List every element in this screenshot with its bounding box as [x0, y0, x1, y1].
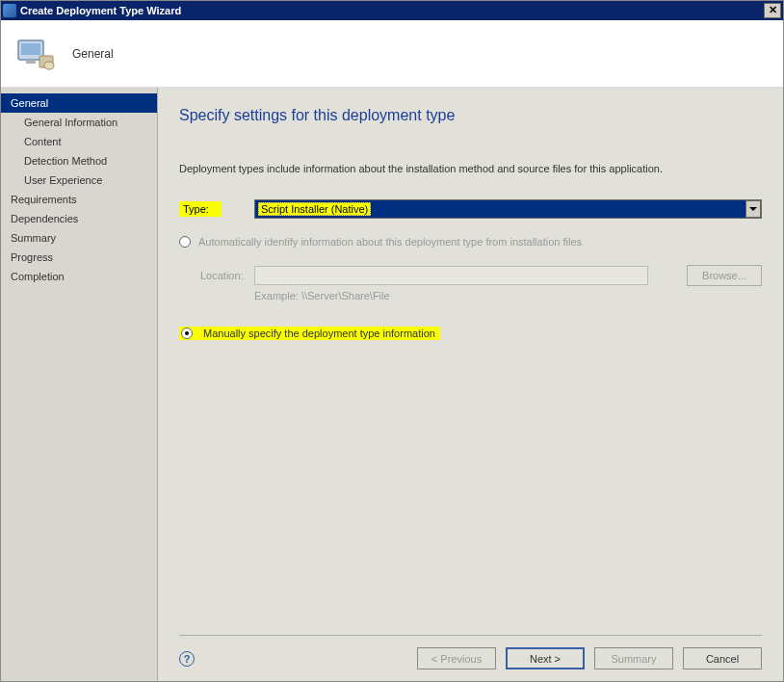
radio-manual-label[interactable]: Manually specify the deployment type inf… [200, 327, 438, 340]
sidebar-item-general[interactable]: General [1, 93, 157, 113]
svg-rect-1 [21, 43, 40, 55]
description-text: Deployment types include information abo… [179, 163, 762, 174]
svg-point-4 [44, 62, 54, 69]
titlebar-text: Create Deployment Type Wizard [20, 5, 764, 16]
sidebar: General General Information Content Dete… [1, 88, 158, 681]
location-input [254, 266, 648, 285]
wizard-header: General [1, 20, 783, 88]
titlebar: Create Deployment Type Wizard ✕ [1, 1, 783, 20]
summary-button: Summary [594, 647, 673, 669]
sidebar-item-summary[interactable]: Summary [1, 228, 157, 248]
help-icon[interactable]: ? [179, 651, 195, 667]
sidebar-item-detection-method[interactable]: Detection Method [1, 151, 157, 170]
sidebar-item-content[interactable]: Content [1, 132, 157, 151]
sidebar-item-completion[interactable]: Completion [1, 267, 157, 286]
previous-button: < Previous [417, 647, 496, 669]
sidebar-item-general-information[interactable]: General Information [1, 113, 157, 132]
next-button[interactable]: Next > [506, 647, 585, 669]
content-pane: Specify settings for this deployment typ… [158, 88, 783, 681]
app-icon [3, 4, 16, 17]
cancel-button[interactable]: Cancel [683, 647, 762, 669]
sidebar-item-requirements[interactable]: Requirements [1, 190, 157, 209]
radio-manual[interactable] [181, 328, 193, 339]
sidebar-item-progress[interactable]: Progress [1, 248, 157, 267]
type-label: Type: [179, 201, 222, 217]
browse-button: Browse... [687, 265, 762, 286]
type-dropdown-value: Script Installer (Native) [258, 202, 371, 216]
location-hint: Example: \\Server\Share\File [254, 290, 762, 302]
page-title: Specify settings for this deployment typ… [179, 107, 762, 124]
type-dropdown[interactable]: Script Installer (Native) [254, 199, 762, 219]
location-label: Location: [200, 270, 254, 281]
sidebar-item-user-experience[interactable]: User Experience [1, 170, 157, 190]
radio-auto-label: Automatically identify information about… [198, 236, 582, 248]
radio-auto [179, 236, 191, 248]
header-title: General [72, 47, 114, 61]
wizard-icon [13, 31, 59, 77]
svg-rect-3 [26, 60, 36, 64]
close-button[interactable]: ✕ [764, 3, 781, 18]
sidebar-item-dependencies[interactable]: Dependencies [1, 209, 157, 228]
chevron-down-icon[interactable] [745, 200, 761, 218]
